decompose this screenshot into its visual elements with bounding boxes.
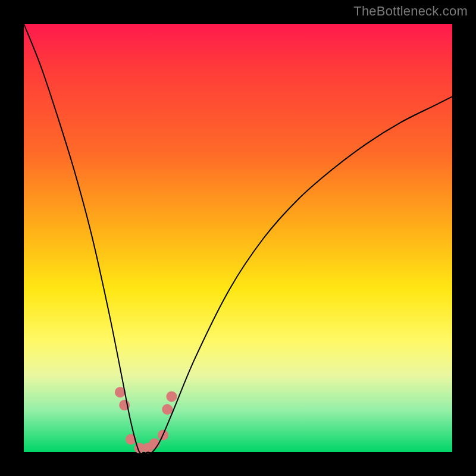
curve-svg bbox=[24, 24, 452, 452]
watermark-text: TheBottleneck.com bbox=[353, 4, 468, 19]
data-marker bbox=[162, 404, 173, 415]
chart-frame: TheBottleneck.com bbox=[0, 0, 476, 476]
plot-area bbox=[24, 24, 452, 452]
data-marker bbox=[166, 391, 177, 402]
data-markers bbox=[115, 387, 177, 453]
bottleneck-curve bbox=[24, 24, 452, 455]
